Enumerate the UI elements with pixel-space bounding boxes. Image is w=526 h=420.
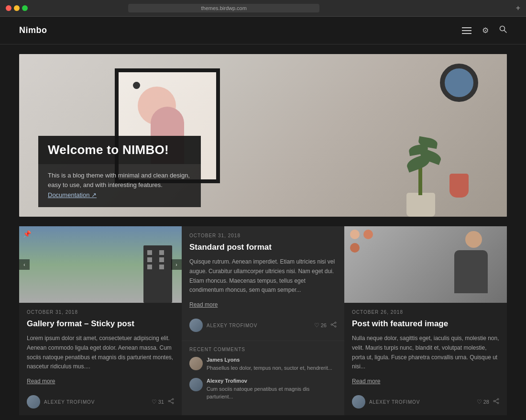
like-count-1: 31 [158,399,164,405]
post-title-2[interactable]: Standard post format [189,242,337,253]
person-body [454,250,488,293]
url-bar[interactable]: themes.birdwp.com [128,4,319,12]
svg-line-6 [170,401,172,403]
post-content-featured: OCTOBER 26, 2018 Post with featured imag… [344,303,507,415]
author-avatar-2 [189,319,203,332]
svg-line-5 [170,399,172,401]
comments-section: RECENT COMMENTS James Lyons Phasellus le… [182,341,344,412]
comment-text-block-2: Alexey Trofimov Cum sociis natoque penat… [207,378,337,401]
documentation-link[interactable]: Documentation ↗ [48,191,97,199]
hero-content: Welcome to NIMBO! This is a blog theme w… [38,126,201,217]
post-meta-2: ALEXEY TROFIMOV ♡ 26 [189,319,337,332]
hero-title-box: Welcome to NIMBO! [38,136,201,164]
read-more-1[interactable]: Read more [27,378,55,385]
post-title-3[interactable]: Post with featured image [352,319,499,329]
svg-point-2 [172,398,174,400]
commenter-avatar-2 [189,378,203,391]
search-icon[interactable] [499,25,507,35]
comment-item-1: James Lyons Phasellus leo dolor, tempus … [189,357,337,372]
browser-chrome: themes.birdwp.com + [0,0,526,17]
hero-section: Welcome to NIMBO! This is a blog theme w… [19,54,507,217]
author-name-3: ALEXEY TROFIMOV [369,399,473,405]
share-icon-3[interactable] [493,398,499,406]
comment-item-2: Alexey Trofimov Cum sociis natoque penat… [189,378,337,401]
like-button-3[interactable]: ♡ 28 [477,398,489,405]
svg-point-9 [331,324,332,325]
svg-point-8 [335,326,336,327]
post-actions-2: ♡ 26 [314,321,337,329]
gallery-prev-button[interactable]: ‹ [19,259,30,270]
featured-flowers [349,229,387,257]
like-count-3: 28 [483,399,489,405]
post-content-gallery: OCTOBER 31, 2018 Gallery format – Sticky… [19,303,182,415]
browser-dots [6,5,28,11]
post-excerpt-1: Lorem ipsum dolor sit amet, consectetuer… [27,334,174,372]
post-card-gallery: 📌 ‹ › OCTOBER 31, 2018 Gallery format – … [19,226,182,415]
svg-line-16 [495,401,497,403]
sticky-pin-icon: 📌 [23,230,31,238]
gallery-scene [19,226,182,303]
heart-icon-1: ♡ [152,398,157,405]
post-date-3: OCTOBER 26, 2018 [352,309,499,315]
close-dot[interactable] [6,5,11,11]
post-excerpt-2: Quisque rutrum. Aenean imperdiet. Etiam … [189,257,337,295]
svg-line-1 [504,31,507,33]
avatar-inner-1 [27,395,40,409]
post-card-featured: OCTOBER 26, 2018 Post with featured imag… [344,226,507,415]
post-date-2: OCTOBER 31, 2018 [189,233,337,238]
minimize-dot[interactable] [14,5,20,11]
author-avatar-1 [27,395,40,409]
post-image-gallery: 📌 ‹ › [19,226,182,303]
maximize-dot[interactable] [22,5,28,11]
author-name-1: ALEXEY TROFIMOV [44,399,148,405]
commenter-name-2: Alexey Trofimov [207,378,337,384]
site-header: Nimbo ⚙ [0,17,526,44]
person-head [465,231,482,248]
gallery-next-button[interactable]: › [171,259,182,270]
hero-mirror [440,64,478,102]
post-meta-1: ALEXEY TROFIMOV ♡ 31 [27,395,174,409]
flower-3 [350,243,360,253]
settings-icon[interactable]: ⚙ [482,26,489,35]
svg-line-11 [332,325,335,326]
hero-dot [133,82,140,89]
flower-1 [350,230,360,239]
share-icon-1[interactable] [168,398,174,406]
svg-line-15 [495,399,497,401]
avatar-inner-2 [189,319,203,332]
svg-point-3 [172,402,174,404]
menu-icon[interactable] [462,27,471,34]
posts-grid: 📌 ‹ › OCTOBER 31, 2018 Gallery format – … [19,226,507,415]
share-icon-2[interactable] [330,321,337,329]
svg-point-4 [168,400,170,402]
plant-pot [406,193,435,217]
heart-icon-3: ♡ [477,398,482,405]
like-button-1[interactable]: ♡ 31 [152,398,164,405]
post-title-1[interactable]: Gallery format – Sticky post [27,319,174,329]
author-name-2: ALEXEY TROFIMOV [207,323,310,328]
post-card-standard: OCTOBER 31, 2018 Standard post format Qu… [182,226,344,415]
post-actions-3: ♡ 28 [477,398,499,406]
svg-point-7 [335,322,336,323]
post-date-1: OCTOBER 31, 2018 [27,309,174,315]
like-count-2: 26 [321,322,327,328]
like-button-2[interactable]: ♡ 26 [314,322,327,329]
comment-text-block-1: James Lyons Phasellus leo dolor, tempus … [207,357,337,372]
avatar-inner-3 [352,395,365,409]
post-content-standard: OCTOBER 31, 2018 Standard post format Qu… [182,226,344,339]
comment-text-1: Phasellus leo dolor, tempus non, suctor … [207,364,337,372]
hero-description-box: This is a blog theme with minimal and cl… [38,164,201,207]
site-logo[interactable]: Nimbo [19,25,47,35]
heart-icon-2: ♡ [314,322,319,329]
read-more-2[interactable]: Read more [189,301,218,308]
add-tab-button[interactable]: + [516,4,520,12]
comment-text-2: Cum sociis natoque penatibus et magnis d… [207,385,337,401]
commenter-name-1: James Lyons [207,357,337,363]
read-more-3[interactable]: Read more [352,378,380,385]
building-windows [143,245,172,274]
author-avatar-3 [352,395,365,409]
post-image-featured-container [344,226,507,303]
building [143,245,172,303]
svg-point-12 [497,398,499,400]
comments-title: RECENT COMMENTS [189,347,337,352]
